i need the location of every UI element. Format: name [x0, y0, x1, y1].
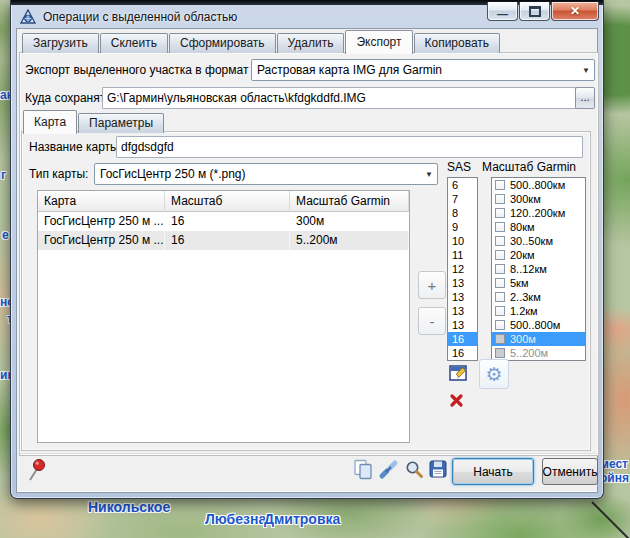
sas-list-item[interactable]: 6 [448, 178, 477, 192]
sas-list-item[interactable]: 13 [448, 290, 477, 304]
map-place-label: г [1, 168, 6, 182]
checkbox-icon[interactable] [495, 236, 505, 246]
sas-list-item[interactable]: 13 [448, 318, 477, 332]
gear-icon: ⚙ [485, 365, 502, 384]
garmin-scale-label: 30..50км [510, 235, 553, 247]
grid-row[interactable]: ГосГисЦентр 250 м ...16300м [38, 212, 409, 231]
map-place-label: ойня [600, 471, 629, 485]
sas-list-item[interactable]: 11 [448, 248, 477, 262]
subtab-0[interactable]: Карта [23, 110, 77, 134]
map-place-label: е [2, 228, 9, 242]
sas-list-item[interactable]: 13 [448, 276, 477, 290]
copy-icon[interactable] [353, 459, 374, 480]
garmin-scale-item[interactable]: 80км [492, 220, 585, 234]
garmin-scale-item[interactable]: 5км [492, 276, 585, 290]
garmin-scale-item[interactable]: 2..3км [492, 290, 585, 304]
dialog-window: Операции с выделенной областью — ✕ Загру… [10, 0, 604, 499]
tab-1[interactable]: Склеить [100, 33, 168, 53]
export-tab-page: Экспорт выделенного участка в формат Рас… [19, 52, 599, 456]
tab-5[interactable]: Копировать [414, 33, 501, 53]
checkbox-icon[interactable] [495, 208, 505, 218]
checkbox-icon[interactable] [495, 250, 505, 260]
export-format-combobox[interactable]: Растровая карта IMG для Garmin ▼ [251, 59, 595, 81]
zoom-icon[interactable] [405, 460, 424, 479]
tab-4[interactable]: Экспорт [345, 30, 412, 54]
map-type-combobox[interactable]: ГосГисЦентр 250 м (*.png) ▼ [94, 163, 438, 185]
sas-list-item[interactable]: 10 [448, 234, 477, 248]
grid-column-header[interactable]: Карта [38, 191, 165, 212]
export-format-value: Растровая карта IMG для Garmin [257, 63, 442, 77]
link-icon[interactable] [378, 459, 400, 480]
main-tab-strip: ЗагрузитьСклеитьСформироватьУдалитьЭкспо… [22, 31, 501, 53]
grid-cell: ГосГисЦентр 250 м ... [38, 212, 165, 231]
delete-x-icon[interactable] [449, 393, 464, 408]
start-button[interactable]: Начать [452, 458, 534, 485]
edit-table-icon[interactable] [449, 364, 469, 384]
checkbox-icon[interactable] [495, 180, 505, 190]
dialog-client-area: ЗагрузитьСклеитьСформироватьУдалитьЭкспо… [16, 28, 598, 493]
minimize-button[interactable]: — [487, 2, 518, 21]
sas-list-item[interactable]: 7 [448, 192, 477, 206]
add-zoom-button[interactable]: + [418, 271, 446, 299]
pin-icon[interactable] [26, 457, 46, 483]
checkbox-icon[interactable] [495, 194, 505, 204]
garmin-scale-item[interactable]: 300м [492, 332, 585, 346]
sas-list-item[interactable]: 16 [448, 332, 477, 346]
checkbox-icon[interactable] [495, 334, 505, 344]
map-sub-tab-page: Название карты: Тип карты: ГосГисЦентр 2… [21, 131, 591, 451]
garmin-scale-item[interactable]: 5..200м [492, 346, 585, 360]
map-name-label: Название карты: [29, 140, 122, 154]
checkbox-icon[interactable] [495, 320, 505, 330]
garmin-scale-item[interactable]: 500..800м [492, 318, 585, 332]
garmin-list-header: Масштаб Garmin [482, 160, 576, 174]
grid-cell: ГосГисЦентр 250 м ... [38, 231, 165, 250]
map-road-line [591, 501, 630, 538]
close-button[interactable]: ✕ [551, 2, 599, 21]
subtab-1[interactable]: Параметры [78, 113, 164, 133]
garmin-scale-item[interactable]: 300км [492, 192, 585, 206]
checkbox-icon[interactable] [495, 348, 505, 358]
map-place-label: Никольское [88, 499, 170, 515]
checkbox-icon[interactable] [495, 292, 505, 302]
save-icon[interactable] [429, 460, 447, 478]
tab-3[interactable]: Удалить [277, 33, 345, 53]
garmin-scale-label: 5..200м [510, 347, 548, 359]
title-bar[interactable]: Операции с выделенной областью — ✕ [11, 5, 603, 28]
remove-zoom-button[interactable]: - [418, 307, 446, 335]
garmin-scale-item[interactable]: 120..200км [492, 206, 585, 220]
garmin-scale-listbox[interactable]: 500..800км300км120..200км80км30..50км20к… [491, 177, 586, 361]
save-path-input[interactable] [102, 87, 577, 109]
cancel-button[interactable]: Отменить [542, 458, 598, 485]
export-layers-grid[interactable]: КартаМасштабМасштаб Garmin ГосГисЦентр 2… [37, 190, 410, 443]
garmin-scale-item[interactable]: 8..12км [492, 262, 585, 276]
sas-list-item[interactable]: 13 [448, 304, 477, 318]
checkbox-icon[interactable] [495, 306, 505, 316]
garmin-scale-label: 120..200км [510, 207, 565, 219]
grid-cell: 16 [165, 212, 290, 231]
checkbox-icon[interactable] [495, 264, 505, 274]
checkbox-icon[interactable] [495, 278, 505, 288]
tab-0[interactable]: Загрузить [22, 33, 99, 53]
app-icon [20, 9, 36, 25]
sas-list-item[interactable]: 12 [448, 262, 477, 276]
sas-list-item[interactable]: 16 [448, 346, 477, 360]
garmin-scale-item[interactable]: 20км [492, 248, 585, 262]
sas-list-item[interactable]: 8 [448, 206, 477, 220]
grid-column-header[interactable]: Масштаб Garmin [290, 191, 409, 212]
tab-2[interactable]: Сформировать [169, 33, 276, 53]
maximize-button[interactable] [519, 2, 550, 21]
browse-button[interactable]: ... [575, 87, 595, 109]
settings-button[interactable]: ⚙ [479, 359, 509, 389]
map-name-input[interactable] [116, 136, 583, 158]
garmin-scale-item[interactable]: 30..50км [492, 234, 585, 248]
garmin-scale-item[interactable]: 500..800км [492, 178, 585, 192]
garmin-scale-label: 300км [510, 193, 541, 205]
checkbox-icon[interactable] [495, 222, 505, 232]
garmin-scale-item[interactable]: 1.2км [492, 304, 585, 318]
grid-column-header[interactable]: Масштаб [165, 191, 290, 212]
sas-list-item[interactable]: 9 [448, 220, 477, 234]
sas-zoom-listbox[interactable]: 6789101112131313131616 [447, 177, 478, 361]
grid-row[interactable]: ГосГисЦентр 250 м ...165..200м [38, 231, 409, 250]
garmin-scale-label: 1.2км [510, 305, 538, 317]
garmin-scale-label: 20км [510, 249, 535, 261]
